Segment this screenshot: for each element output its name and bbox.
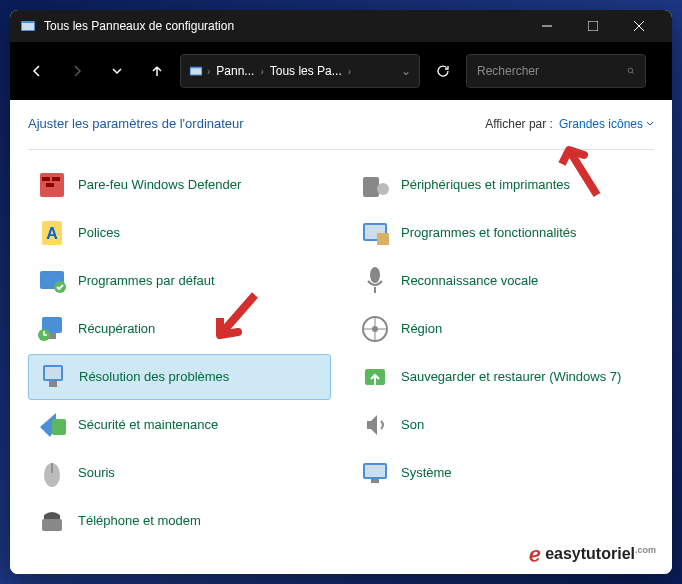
- svg-rect-39: [371, 479, 379, 483]
- control-panel-icon: [20, 18, 36, 34]
- items-grid: Pare-feu Windows DefenderPériphériques e…: [28, 162, 654, 544]
- cp-item-speech[interactable]: Reconnaissance vocale: [351, 258, 654, 304]
- svg-rect-7: [191, 68, 202, 74]
- content-area: Ajuster les paramètres de l'ordinateur A…: [10, 100, 672, 574]
- up-button[interactable]: [140, 54, 174, 88]
- window-title: Tous les Panneaux de configuration: [44, 19, 524, 33]
- cp-item-label: Téléphone et modem: [78, 513, 201, 530]
- search-icon: [627, 64, 635, 78]
- cp-item-firewall[interactable]: Pare-feu Windows Defender: [28, 162, 331, 208]
- cp-item-label: Région: [401, 321, 442, 338]
- forward-button[interactable]: [60, 54, 94, 88]
- svg-rect-14: [363, 177, 379, 197]
- cp-item-backup[interactable]: Sauvegarder et restaurer (Windows 7): [351, 354, 654, 400]
- cp-item-label: Polices: [78, 225, 120, 242]
- close-button[interactable]: [616, 10, 662, 42]
- maximize-button[interactable]: [570, 10, 616, 42]
- cp-item-label: Système: [401, 465, 452, 482]
- phone-icon: [36, 505, 68, 537]
- chevron-down-icon[interactable]: ⌄: [401, 64, 411, 78]
- search-input[interactable]: [477, 64, 627, 78]
- titlebar: Tous les Panneaux de configuration: [10, 10, 672, 42]
- navigation-bar: › Pann... › Tous les Pa... › ⌄: [10, 42, 672, 100]
- sound-icon: [359, 409, 391, 441]
- view-control: Afficher par : Grandes icônes: [485, 117, 654, 131]
- chevron-right-icon: ›: [207, 66, 210, 77]
- view-label: Afficher par :: [485, 117, 553, 131]
- watermark-brand: easytutoriel: [545, 545, 635, 562]
- svg-rect-20: [377, 233, 389, 245]
- cp-item-label: Résolution des problèmes: [79, 369, 229, 386]
- chevron-right-icon: ›: [348, 66, 351, 77]
- page-title: Ajuster les paramètres de l'ordinateur: [28, 116, 244, 131]
- cp-item-fonts[interactable]: APolices: [28, 210, 331, 256]
- svg-point-8: [628, 68, 633, 73]
- cp-item-recovery[interactable]: Récupération: [28, 306, 331, 352]
- cp-item-label: Pare-feu Windows Defender: [78, 177, 241, 194]
- cp-item-troubleshoot[interactable]: Résolution des problèmes: [28, 354, 331, 400]
- breadcrumb-segment[interactable]: Pann...: [214, 64, 256, 78]
- view-value-text: Grandes icônes: [559, 117, 643, 131]
- cp-item-label: Programmes et fonctionnalités: [401, 225, 577, 242]
- chevron-right-icon: ›: [260, 66, 263, 77]
- view-dropdown[interactable]: Grandes icônes: [559, 117, 654, 131]
- back-button[interactable]: [20, 54, 54, 88]
- cp-item-sound[interactable]: Son: [351, 402, 654, 448]
- svg-point-23: [370, 267, 380, 283]
- cp-item-devices[interactable]: Périphériques et imprimantes: [351, 162, 654, 208]
- svg-rect-38: [365, 465, 385, 477]
- cp-item-label: Reconnaissance vocale: [401, 273, 538, 290]
- cp-item-label: Programmes par défaut: [78, 273, 215, 290]
- control-panel-icon: [189, 64, 203, 78]
- chevron-down-icon: [646, 121, 654, 126]
- cp-item-security[interactable]: Sécurité et maintenance: [28, 402, 331, 448]
- svg-rect-34: [52, 419, 66, 435]
- minimize-button[interactable]: [524, 10, 570, 42]
- cp-item-label: Son: [401, 417, 424, 434]
- breadcrumb-segment[interactable]: Tous les Pa...: [268, 64, 344, 78]
- speech-icon: [359, 265, 391, 297]
- programs-icon: [359, 217, 391, 249]
- svg-rect-1: [22, 23, 34, 30]
- cp-item-label: Sécurité et maintenance: [78, 417, 218, 434]
- window-controls: [524, 10, 662, 42]
- system-icon: [359, 457, 391, 489]
- cp-item-phone[interactable]: Téléphone et modem: [28, 498, 331, 544]
- svg-point-15: [377, 183, 389, 195]
- troubleshoot-icon: [37, 361, 69, 393]
- refresh-button[interactable]: [426, 54, 460, 88]
- cp-item-system[interactable]: Système: [351, 450, 654, 496]
- cp-item-programs[interactable]: Programmes et fonctionnalités: [351, 210, 654, 256]
- cp-item-label: Périphériques et imprimantes: [401, 177, 570, 194]
- cp-item-label: Souris: [78, 465, 115, 482]
- annotation-arrow-icon: [557, 140, 607, 200]
- cp-item-mouse[interactable]: Souris: [28, 450, 331, 496]
- svg-point-29: [372, 326, 378, 332]
- region-icon: [359, 313, 391, 345]
- control-panel-window: Tous les Panneaux de configuration › Pan…: [10, 10, 672, 574]
- cp-item-defaults[interactable]: Programmes par défaut: [28, 258, 331, 304]
- watermark-suffix: .com: [635, 545, 656, 555]
- breadcrumb[interactable]: › Pann... › Tous les Pa... › ⌄: [180, 54, 420, 88]
- search-box[interactable]: [466, 54, 646, 88]
- svg-line-9: [632, 72, 634, 74]
- page-header: Ajuster les paramètres de l'ordinateur A…: [28, 116, 654, 131]
- svg-rect-32: [49, 381, 57, 387]
- firewall-icon: [36, 169, 68, 201]
- mouse-icon: [36, 457, 68, 489]
- svg-rect-11: [42, 177, 50, 181]
- fonts-icon: A: [36, 217, 68, 249]
- svg-text:A: A: [46, 225, 58, 242]
- svg-rect-3: [588, 21, 598, 31]
- watermark-logo-icon: ℯ: [529, 542, 541, 566]
- svg-rect-13: [46, 183, 54, 187]
- svg-rect-31: [45, 367, 61, 379]
- recovery-icon: [36, 313, 68, 345]
- cp-item-region[interactable]: Région: [351, 306, 654, 352]
- cp-item-label: Récupération: [78, 321, 155, 338]
- security-icon: [36, 409, 68, 441]
- cp-item-label: Sauvegarder et restaurer (Windows 7): [401, 369, 621, 386]
- recent-button[interactable]: [100, 54, 134, 88]
- watermark: ℯ easytutoriel.com: [529, 542, 656, 566]
- svg-rect-12: [52, 177, 60, 181]
